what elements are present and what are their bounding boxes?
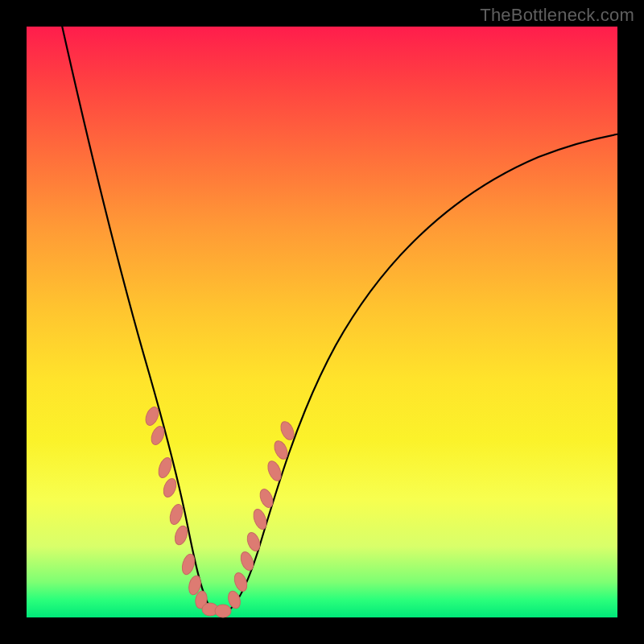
watermark-text: TheBottleneck.com: [480, 5, 634, 26]
marker: [251, 507, 269, 530]
left-markers-group: [143, 405, 231, 617]
marker: [232, 571, 249, 592]
marker: [238, 550, 255, 572]
marker: [173, 524, 190, 546]
marker: [161, 477, 178, 498]
bottleneck-curve-svg: [27, 27, 617, 617]
right-markers-group: [226, 419, 296, 609]
marker: [245, 530, 262, 552]
marker: [156, 456, 174, 479]
marker: [167, 502, 184, 526]
bottleneck-curve-path: [60, 19, 625, 613]
chart-plot-area: [27, 27, 617, 617]
marker: [215, 605, 231, 617]
